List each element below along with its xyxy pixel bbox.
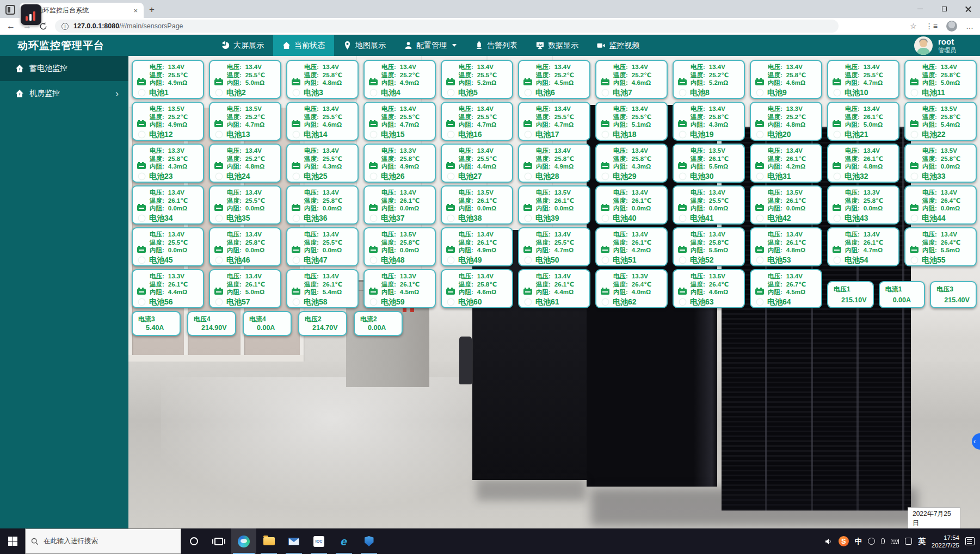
battery-card[interactable]: 电压:13.3V温度:25.8℃内阻:0.0mΩ电池43 [827, 185, 899, 225]
battery-card[interactable]: 电压:13.4V温度:25.8℃内阻:0.0mΩ电池36 [286, 185, 359, 225]
taskbar-security-button[interactable] [356, 528, 381, 554]
battery-card[interactable]: 电压:13.3V温度:26.1℃内阻:4.4mΩ电池56 [132, 269, 204, 308]
battery-card[interactable]: 电压:13.4V温度:25.8℃内阻:4.3mΩ电池29 [595, 144, 668, 183]
battery-card[interactable]: 电压:13.5V温度:26.1℃内阻:5.5mΩ电池30 [673, 144, 745, 183]
nav-item-3[interactable]: 地图展示 [334, 35, 395, 56]
battery-card[interactable]: 电压:13.4V温度:25.5℃内阻:4.7mΩ电池16 [441, 102, 513, 141]
meter-card[interactable]: 电流10.00A [879, 281, 926, 308]
battery-card[interactable]: 电压:13.4V温度:25.5℃内阻:4.3mΩ电池25 [286, 144, 359, 183]
taskbar-search[interactable]: 在此输入进行搜索 [25, 528, 181, 554]
close-button[interactable] [956, 0, 980, 18]
battery-card[interactable]: 电压:13.4V温度:25.5℃内阻:0.0mΩ电池35 [209, 185, 281, 225]
taskbar-mail-button[interactable] [281, 528, 306, 554]
battery-card[interactable]: 电压:13.4V温度:26.1℃内阻:5.4mΩ电池58 [286, 269, 359, 308]
battery-card[interactable]: 电压:13.4V温度:25.2℃内阻:4.8mΩ电池24 [209, 144, 281, 183]
nav-item-1[interactable]: 大屏展示 [212, 35, 273, 56]
meter-card[interactable]: 电压1215.10V [827, 281, 874, 308]
tab-actions-icon[interactable] [5, 5, 15, 15]
battery-card[interactable]: 电压:13.3V温度:25.2℃内阻:4.8mΩ电池20 [750, 102, 822, 141]
minimize-button[interactable] [908, 0, 932, 18]
battery-card[interactable]: 电压:13.4V温度:26.1℃内阻:4.9mΩ电池49 [441, 227, 513, 266]
battery-card[interactable]: 电压:13.5V温度:26.1℃内阻:0.0mΩ电池38 [441, 185, 513, 225]
battery-card[interactable]: 电压:13.4V温度:26.7℃内阻:4.5mΩ电池64 [750, 269, 822, 308]
battery-card[interactable]: 电压:13.4V温度:25.2℃内阻:4.6mΩ电池7 [595, 60, 668, 99]
battery-card[interactable]: 电压:13.4V温度:25.5℃内阻:5.2mΩ电池5 [441, 60, 513, 99]
battery-card[interactable]: 电压:13.4V温度:26.1℃内阻:0.0mΩ电池37 [363, 185, 436, 225]
url-bar[interactable]: i 127.0.0.1:8080/#/main/sensorsPage [55, 20, 839, 33]
battery-card[interactable]: 电压:13.4V温度:25.5℃内阻:0.0mΩ电池41 [673, 185, 745, 225]
battery-card[interactable]: 电压:13.4V温度:26.1℃内阻:4.2mΩ电池51 [595, 227, 668, 266]
battery-card[interactable]: 电压:13.5V温度:25.8℃内阻:0.0mΩ电池33 [904, 144, 977, 183]
taskbar-explorer-button[interactable] [256, 528, 281, 554]
battery-card[interactable]: 电压:13.3V温度:25.8℃内阻:4.3mΩ电池23 [132, 144, 204, 183]
meter-card[interactable]: 电压3215.40V [930, 281, 977, 308]
battery-card[interactable]: 电压:13.4V温度:26.1℃内阻:5.0mΩ电池57 [209, 269, 281, 308]
battery-card[interactable]: 电压:13.4V温度:26.1℃内阻:4.8mΩ电池53 [750, 227, 822, 266]
speaker-icon[interactable] [825, 538, 833, 545]
taskbar-clock[interactable]: 17:54 2022/7/25 [932, 534, 959, 549]
battery-card[interactable]: 电压:13.4V温度:26.1℃内阻:4.4mΩ电池61 [518, 269, 590, 308]
battery-card[interactable]: 电压:13.5V温度:26.1℃内阻:0.0mΩ电池39 [518, 185, 590, 225]
battery-card[interactable]: 电压:13.4V温度:26.4℃内阻:5.5mΩ电池55 [904, 227, 977, 266]
battery-card[interactable]: 电压:13.5V温度:26.4℃内阻:4.6mΩ电池63 [673, 269, 745, 308]
taskbar-ie-button[interactable]: e [331, 528, 356, 554]
nav-item-5[interactable]: 告警列表 [466, 35, 527, 56]
battery-card[interactable]: 电压:13.5V温度:25.8℃内阻:5.4mΩ电池22 [904, 102, 977, 141]
battery-card[interactable]: 电压:13.4V温度:25.5℃内阻:4.6mΩ电池14 [286, 102, 359, 141]
battery-card[interactable]: 电压:13.4V温度:26.1℃内阻:4.8mΩ电池32 [827, 144, 899, 183]
sogou-ime-icon[interactable]: S [839, 536, 849, 546]
ime-mode-cn[interactable]: 中 [855, 537, 862, 546]
battery-card[interactable]: 电压:13.4V温度:26.1℃内阻:4.2mΩ电池31 [750, 144, 822, 183]
battery-card[interactable]: 电压:13.4V温度:25.5℃内阻:4.7mΩ电池10 [827, 60, 899, 99]
taskbar-edge-button[interactable] [231, 528, 256, 554]
tab-close-icon[interactable]: × [132, 7, 139, 15]
ime-smiley-icon[interactable] [868, 538, 875, 545]
battery-card[interactable]: 电压:13.4V温度:26.1℃内阻:5.0mΩ电池21 [827, 102, 899, 141]
battery-card[interactable]: 电压:13.4V温度:25.5℃内阻:4.9mΩ电池1 [132, 60, 204, 99]
battery-card[interactable]: 电压:13.4V温度:25.5℃内阻:4.7mΩ电池50 [518, 227, 590, 266]
settings-ellipsis-icon[interactable]: … [966, 22, 973, 30]
battery-card[interactable]: 电压:13.4V温度:25.2℃内阻:4.5mΩ电池6 [518, 60, 590, 99]
ime-toolbox-icon[interactable] [905, 538, 912, 545]
user-box[interactable]: root 管理员 [914, 36, 956, 55]
battery-card[interactable]: 电压:13.4V温度:26.1℃内阻:0.0mΩ电池40 [595, 185, 668, 225]
battery-card[interactable]: 电压:13.3V温度:25.8℃内阻:4.9mΩ电池26 [363, 144, 436, 183]
meter-card[interactable]: 电流20.00A [354, 311, 403, 336]
battery-card[interactable]: 电压:13.4V温度:25.8℃内阻:5.5mΩ电池52 [673, 227, 745, 266]
battery-card[interactable]: 电压:13.4V温度:25.8℃内阻:5.0mΩ电池11 [904, 60, 977, 99]
meter-card[interactable]: 电流40.00A [243, 311, 292, 336]
meter-card[interactable]: 电流35.40A [132, 311, 181, 336]
collections-icon[interactable]: ⋮≡ [926, 22, 938, 30]
battery-card[interactable]: 电压:13.4V温度:25.8℃内阻:0.0mΩ电池46 [209, 227, 281, 266]
keyboard-icon[interactable] [891, 539, 899, 544]
site-info-icon[interactable]: i [61, 23, 69, 30]
lang-indicator[interactable]: 英 [918, 537, 926, 546]
nav-item-4[interactable]: 配置管理 [395, 35, 466, 56]
meter-card[interactable]: 电压2214.70V [298, 311, 347, 336]
back-icon[interactable]: ← [7, 21, 15, 31]
battery-card[interactable]: 电压:13.4V温度:25.8℃内阻:4.6mΩ电池60 [441, 269, 513, 308]
battery-card[interactable]: 电压:13.5V温度:25.2℃内阻:4.9mΩ电池12 [132, 102, 204, 141]
browser-profile-avatar[interactable] [946, 21, 957, 32]
battery-card[interactable]: 电压:13.5V温度:25.8℃内阻:0.0mΩ电池48 [363, 227, 436, 266]
task-view-button[interactable] [206, 528, 231, 554]
cortana-button[interactable] [181, 528, 206, 554]
battery-card[interactable]: 电压:13.5V温度:25.2℃内阻:4.7mΩ电池13 [209, 102, 281, 141]
maximize-button[interactable] [932, 0, 956, 18]
taskbar-icc-button[interactable]: ICC [306, 528, 331, 554]
battery-card[interactable]: 电压:13.4V温度:26.4℃内阻:0.0mΩ电池44 [904, 185, 977, 225]
battery-card[interactable]: 电压:13.4V温度:25.5℃内阻:4.7mΩ电池17 [518, 102, 590, 141]
nav-item-6[interactable]: 数据显示 [527, 35, 588, 56]
battery-card[interactable]: 电压:13.5V温度:26.1℃内阻:0.0mΩ电池42 [750, 185, 822, 225]
meter-card[interactable]: 电压4214.90V [187, 311, 236, 336]
battery-card[interactable]: 电压:13.4V温度:25.8℃内阻:4.3mΩ电池19 [673, 102, 745, 141]
battery-card[interactable]: 电压:13.4V温度:26.1℃内阻:0.0mΩ电池34 [132, 185, 204, 225]
battery-card[interactable]: 电压:13.4V温度:25.2℃内阻:5.2mΩ电池8 [673, 60, 745, 99]
battery-card[interactable]: 电压:13.4V温度:25.8℃内阻:4.9mΩ电池28 [518, 144, 590, 183]
battery-card[interactable]: 电压:13.4V温度:25.8℃内阻:4.6mΩ电池9 [750, 60, 822, 99]
mic-icon[interactable] [881, 538, 885, 544]
battery-card[interactable]: 电压:13.4V温度:26.1℃内阻:4.7mΩ电池54 [827, 227, 899, 266]
battery-card[interactable]: 电压:13.4V温度:25.8℃内阻:4.8mΩ电池3 [286, 60, 359, 99]
nav-item-2[interactable]: 当前状态 [273, 35, 334, 56]
battery-card[interactable]: 电压:13.4V温度:25.5℃内阻:4.7mΩ电池15 [363, 102, 436, 141]
